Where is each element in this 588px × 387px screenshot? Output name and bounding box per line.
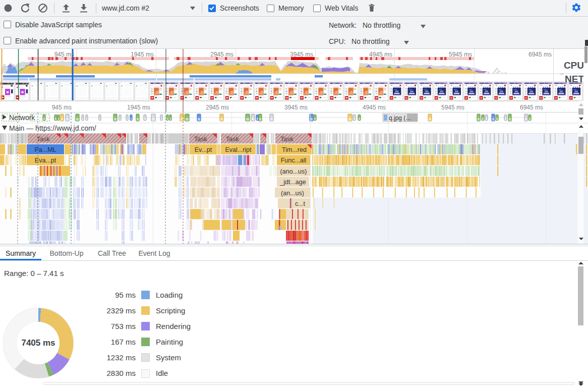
- svg-text:6945 ms: 6945 ms: [520, 104, 543, 111]
- svg-text:3945 ms: 3945 ms: [284, 104, 308, 111]
- svg-text:4945 ms: 4945 ms: [369, 51, 392, 58]
- svg-text:Network: Network: [9, 114, 35, 122]
- svg-text:Ev...pt: Ev...pt: [195, 146, 212, 153]
- svg-text:4945 ms: 4945 ms: [363, 104, 386, 111]
- svg-text:6945 ms: 6945 ms: [528, 51, 552, 58]
- svg-text:3945 ms: 3945 ms: [290, 51, 313, 58]
- svg-text:Eval...ript: Eval...ript: [225, 146, 252, 153]
- svg-text:1945 ms: 1945 ms: [127, 104, 150, 111]
- svg-text:5945 ms: 5945 ms: [441, 104, 464, 111]
- svg-text:Main — https://www.jd.com/: Main — https://www.jd.com/: [9, 124, 96, 132]
- svg-text:(an...us): (an...us): [281, 190, 304, 197]
- svg-text:2945 ms: 2945 ms: [210, 51, 233, 58]
- svg-text:945 ms: 945 ms: [54, 51, 74, 58]
- svg-text:NET: NET: [565, 74, 584, 84]
- svg-text:(ano...us): (ano...us): [280, 168, 307, 175]
- svg-text:Task: Task: [226, 136, 239, 143]
- svg-text:945 ms: 945 ms: [52, 104, 72, 111]
- svg-text:1945 ms: 1945 ms: [131, 51, 154, 58]
- svg-text:CPU: CPU: [564, 60, 584, 71]
- svg-text:c...t: c...t: [295, 200, 306, 207]
- svg-text:Tim...red: Tim...red: [282, 146, 307, 153]
- svg-text:5945 ms: 5945 ms: [449, 51, 472, 58]
- svg-text:Task: Task: [194, 136, 207, 143]
- svg-text:Func...all: Func...all: [281, 157, 307, 164]
- svg-text:Task: Task: [37, 136, 50, 143]
- svg-text:q.jpg (...: q.jpg (...: [389, 115, 410, 122]
- svg-text:Task: Task: [280, 136, 293, 143]
- svg-text:_jdt...age: _jdt...age: [279, 179, 306, 186]
- svg-text:2945 ms: 2945 ms: [206, 104, 229, 111]
